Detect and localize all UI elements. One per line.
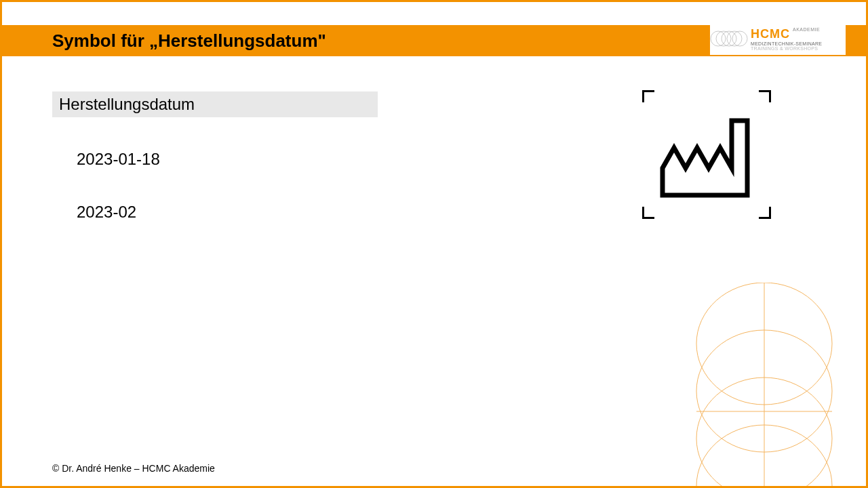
logo-sub2: TRAININGS & WORKSHOPS [751,46,822,51]
date-example-2: 2023-02 [77,203,136,222]
date-example-1: 2023-01-18 [77,150,160,169]
footer-copyright: © Dr. André Henke – HCMC Akademie [52,463,215,474]
section-heading: Herstellungsdatum [52,92,378,117]
logo-brand: HCMC [751,27,790,41]
slide: Symbol für „Herstellungsdatum" HCMC AKAD… [0,0,868,488]
background-circles-icon [676,283,852,488]
svg-point-7 [696,378,832,488]
svg-point-6 [696,330,832,452]
slide-title: Symbol für „Herstellungsdatum" [52,30,326,52]
svg-point-5 [696,283,832,405]
section-heading-text: Herstellungsdatum [59,95,195,114]
logo-sub1: MEDIZINTECHNIK-SEMINARE [751,41,822,46]
corner-mark-bl [642,207,654,219]
logo: HCMC AKADEMIE MEDIZINTECHNIK-SEMINARE TR… [710,22,846,55]
logo-circles-icon [710,25,751,52]
corner-mark-tl [642,90,654,102]
corner-mark-br [759,207,771,219]
svg-point-8 [696,425,832,488]
manufacture-date-symbol [642,90,771,219]
corner-mark-tr [759,90,771,102]
factory-icon [659,110,754,199]
logo-sub0: AKADEMIE [793,27,820,32]
